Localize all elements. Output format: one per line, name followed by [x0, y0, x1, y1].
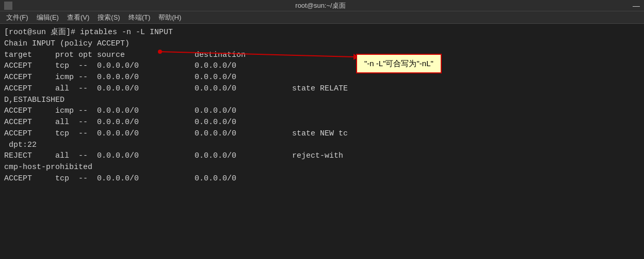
menu-edit[interactable]: 编辑(E) — [33, 11, 63, 23]
menu-file[interactable]: 文件(F) — [2, 11, 33, 23]
menu-help[interactable]: 帮助(H) — [154, 11, 185, 23]
menubar: 文件(F) 编辑(E) 查看(V) 搜索(S) 终端(T) 帮助(H) — [0, 11, 644, 24]
minimize-button[interactable]: — — [633, 2, 640, 10]
titlebar: root@sun:~/桌面 — — [0, 0, 644, 11]
window-title: root@sun:~/桌面 — [12, 1, 629, 10]
annotation-text: "-n -L"可合写为"-nL" — [364, 59, 433, 68]
window-icon — [4, 2, 12, 10]
annotation-tooltip: "-n -L"可合写为"-nL" — [356, 54, 442, 73]
menu-search[interactable]: 搜索(S) — [93, 11, 124, 23]
menu-view[interactable]: 查看(V) — [63, 11, 93, 23]
terminal-output: [root@sun 桌面]# iptables -n -L INPUT Chai… — [4, 27, 640, 185]
terminal-area[interactable]: [root@sun 桌面]# iptables -n -L INPUT Chai… — [0, 24, 644, 259]
menu-terminal[interactable]: 终端(T) — [124, 11, 155, 23]
